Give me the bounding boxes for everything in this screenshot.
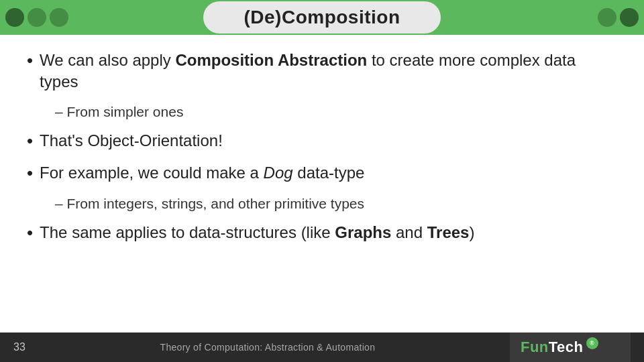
list-item: • For example, we could make a Dog data-…: [27, 162, 617, 185]
list-item: • That's Object-Orientation!: [27, 130, 617, 153]
sub-bullet-text-1: From simpler ones: [67, 104, 184, 119]
slide-content: • We can also apply Composition Abstract…: [0, 35, 644, 261]
bottom-bar: 33 Theory of Computation: Abstraction & …: [0, 333, 644, 362]
slide-title: (De)Composition: [203, 1, 440, 34]
list-item: • We can also apply Composition Abstract…: [27, 50, 617, 93]
list-item: • The same applies to data-structures (l…: [27, 222, 617, 245]
bold-span-3: Trees: [427, 223, 470, 241]
logo-fun: Fun: [521, 339, 549, 356]
sub-bullet-text-2: From integers, strings, and other primit…: [67, 196, 365, 211]
circle-icon-1: [5, 8, 24, 27]
bold-span-1: Composition Abstraction: [175, 51, 367, 69]
logo-tech: Tech: [549, 339, 584, 356]
logo-section: FunTech®: [510, 333, 631, 362]
sub-bullet-1: From simpler ones: [55, 103, 617, 121]
circle-icon-4: [598, 8, 616, 27]
logo-dot-icon: ®: [586, 337, 598, 349]
bullet-icon-1: •: [27, 50, 33, 72]
top-bar: (De)Composition: [0, 0, 644, 35]
title-text: (De)Composition: [244, 7, 400, 27]
bullet-text-3: For example, we could make a Dog data-ty…: [40, 162, 364, 184]
bullet-text-2: That's Object-Orientation!: [40, 130, 223, 152]
circle-icon-5: [620, 8, 639, 27]
funtech-logo: FunTech®: [521, 339, 598, 356]
circle-icon-2: [28, 8, 46, 27]
bullet-text-1: We can also apply Composition Abstractio…: [40, 50, 617, 93]
slide-number: 33: [13, 341, 25, 353]
italic-span-1: Dog: [264, 164, 293, 182]
decorative-circles-left: [5, 8, 68, 27]
circle-icon-3: [50, 8, 68, 27]
bullet-icon-3: •: [27, 162, 33, 185]
course-title: Theory of Computation: Abstraction & Aut…: [160, 342, 376, 353]
bold-span-2: Graphs: [335, 223, 391, 241]
sub-bullet-2: From integers, strings, and other primit…: [55, 194, 617, 213]
bullet-text-4: The same applies to data-structures (lik…: [40, 222, 474, 243]
bullet-icon-4: •: [27, 222, 33, 245]
decorative-circles-right: [598, 8, 639, 27]
bullet-icon-2: •: [27, 130, 33, 153]
